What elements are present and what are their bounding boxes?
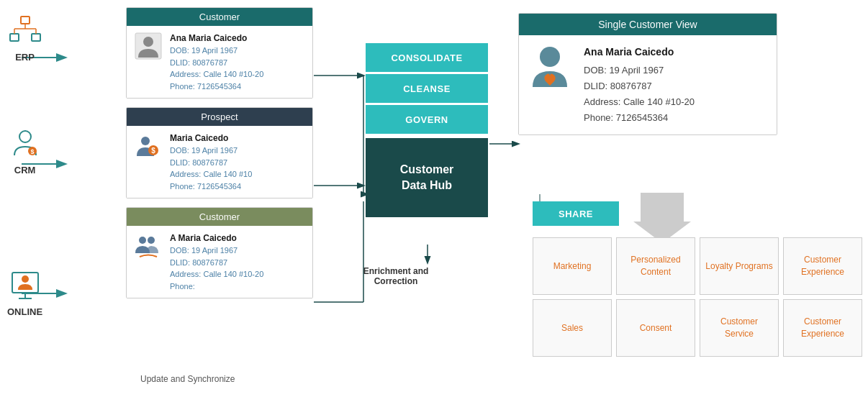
outcome-customer-experience: CustomerExperience [783,237,862,295]
card-online-avatar [134,232,163,260]
scv-name: Ana Maria Caicedo [584,44,695,61]
card-online-address: Address: Calle 140 #10-20 [170,270,263,278]
card-online-phone: Phone: [170,282,195,291]
online-label: ONLINE [7,306,42,317]
card-crm-header: Prospect [127,108,312,126]
scv-body: Ana Maria Caicedo DOB: 19 April 1967 DLI… [519,35,777,134]
outcome-consent: Consent [616,299,695,357]
outcomes-grid: Marketing PersonalizedContent Loyalty Pr… [533,237,862,357]
scv-box: Single Customer View Ana Maria Caicedo D… [518,13,777,135]
scv-avatar [530,44,573,94]
outcome-loyalty-programs: Loyalty Programs [700,237,779,295]
source-erp: ERP [7,14,42,63]
crm-label: CRM [14,165,36,175]
scv-phone: Phone: 7126545364 [584,112,668,123]
svg-text:$: $ [30,148,34,155]
cards-column: Customer Ana Maria Caicedo DOB: 19 April… [126,7,313,298]
online-icon [8,269,42,304]
svg-point-25 [22,275,29,283]
left-sources: ERP $ CRM [7,14,42,317]
scv-dlid: DLID: 80876787 [584,81,652,91]
share-button[interactable]: SHARE [533,201,619,226]
cleanse-btn[interactable]: CLEANSE [366,74,488,103]
svg-point-27 [143,37,153,47]
source-online: ONLINE [7,269,42,317]
card-erp-avatar [134,32,163,60]
card-online-dlid: DLID: 80876787 [170,258,227,267]
card-online-body: A Maria Caicedo DOB: 19 April 1967 DLID:… [127,226,312,298]
card-crm-dlid: DLID: 80876787 [170,158,227,167]
svg-point-32 [148,237,155,244]
svg-rect-14 [32,34,40,41]
svg-point-33 [540,47,560,67]
card-crm-name: Maria Caicedo [170,132,252,145]
crm-icon: $ [8,127,42,162]
card-erp: Customer Ana Maria Caicedo DOB: 19 April… [126,7,313,99]
outcome-sales: Sales [533,299,612,357]
card-crm-dob: DOB: 19 April 1967 [170,146,238,155]
update-label: Update and Synchronize [140,374,235,384]
card-erp-phone: Phone: 7126545364 [170,82,241,91]
enrichment-label: Enrichment andCorrection [353,266,439,286]
card-crm-avatar: $ [134,132,163,160]
card-crm-address: Address: Calle 140 #10 [170,170,252,178]
middle-col: CONSOLIDATE CLEANSE GOVERN Customer Data… [366,43,488,217]
scv-address: Address: Calle 140 #10-20 [584,96,695,107]
card-online-info: A Maria Caicedo DOB: 19 April 1967 DLID:… [170,232,263,292]
hub-line2: Data Hub [402,178,452,193]
card-erp-name: Ana Maria Caicedo [170,32,263,45]
svg-point-28 [141,137,150,145]
source-crm: $ CRM [7,127,42,175]
card-erp-info: Ana Maria Caicedo DOB: 19 April 1967 DLI… [170,32,263,92]
consolidate-btn[interactable]: CONSOLIDATE [366,43,488,72]
card-erp-body: Ana Maria Caicedo DOB: 19 April 1967 DLI… [127,26,312,98]
erp-icon [8,14,42,49]
svg-rect-12 [21,17,30,24]
card-crm-body: $ Maria Caicedo DOB: 19 April 1967 DLID:… [127,126,312,198]
hub-line1: Customer [400,162,454,178]
card-online-name: A Maria Caicedo [170,232,263,245]
svg-point-19 [19,131,31,142]
outcome-marketing: Marketing [533,237,612,295]
card-crm: Prospect $ Maria Caicedo DOB: 19 April 1… [126,107,313,198]
diagram: ERP $ CRM [0,0,868,397]
card-crm-phone: Phone: 7126545364 [170,182,241,191]
right-col: Single Customer View Ana Maria Caicedo D… [518,13,777,135]
svg-text:$: $ [151,147,155,155]
card-erp-address: Address: Calle 140 #10-20 [170,70,263,78]
outcome-customer-service: CustomerService [700,299,779,357]
scv-info: Ana Maria Caicedo DOB: 19 April 1967 DLI… [584,44,695,126]
card-crm-info: Maria Caicedo DOB: 19 April 1967 DLID: 8… [170,132,252,192]
erp-label: ERP [15,52,35,63]
scv-dob: DOB: 19 April 1967 [584,65,664,76]
card-online-header: Customer [127,208,312,226]
svg-rect-13 [10,34,19,41]
card-erp-dob: DOB: 19 April 1967 [170,46,238,55]
scv-header: Single Customer View [519,14,777,35]
card-erp-header: Customer [127,8,312,26]
svg-point-31 [139,237,146,244]
svg-marker-34 [633,193,691,243]
card-online-dob: DOB: 19 April 1967 [170,246,238,255]
card-online: Customer A Maria Caicedo DOB: 19 [126,207,313,298]
card-erp-dlid: DLID: 80876787 [170,58,227,67]
hub-box: Customer Data Hub [366,138,488,217]
outcome-customer-experience2: CustomerExperience [783,299,862,357]
govern-btn[interactable]: GOVERN [366,105,488,134]
outcome-personalized-content: PersonalizedContent [616,237,695,295]
